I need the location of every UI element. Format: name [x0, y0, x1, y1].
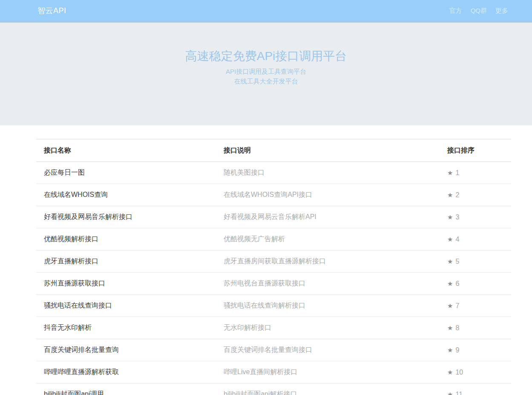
column-header-name: 接口名称: [36, 139, 224, 162]
star-icon: ★: [447, 213, 453, 221]
api-description: 骚扰电话在线查询解析接口: [224, 295, 447, 317]
hero-subtitle-2: 在线工具大全开发平台: [0, 76, 532, 86]
api-name[interactable]: 必应每日一图: [36, 162, 224, 184]
rank-number: 2: [455, 191, 459, 199]
rank-number: 9: [455, 346, 459, 354]
hero-subtitle-1: API接口调用及工具查询平台: [0, 66, 532, 76]
api-name[interactable]: 好看视频及网易音乐解析接口: [36, 206, 224, 228]
rank-number: 1: [455, 169, 459, 176]
star-icon: ★: [447, 169, 453, 176]
api-rank: ★6: [447, 273, 511, 295]
api-name[interactable]: bilibili封面图api调用: [36, 383, 224, 395]
rank-number: 7: [455, 302, 459, 309]
api-rank: ★8: [447, 317, 511, 339]
star-icon: ★: [447, 346, 453, 354]
api-name[interactable]: 虎牙直播解析接口: [36, 251, 224, 273]
rank-number: 5: [455, 258, 459, 265]
api-rank: ★7: [447, 295, 511, 317]
column-header-desc: 接口说明: [224, 139, 447, 162]
api-description: 苏州电视台直播源获取接口: [224, 273, 447, 295]
table-row[interactable]: 好看视频及网易音乐解析接口 好看视频及网易云音乐解析API ★3: [36, 206, 511, 228]
rank-number: 8: [455, 324, 459, 332]
table-row[interactable]: 抖音无水印解析 无水印解析接口 ★8: [36, 317, 511, 339]
star-icon: ★: [447, 369, 453, 376]
rank-number: 3: [455, 213, 459, 221]
api-description: 随机美图接口: [224, 162, 447, 184]
star-icon: ★: [447, 258, 453, 265]
api-description: 无水印解析接口: [224, 317, 447, 339]
api-rank: ★9: [447, 339, 511, 361]
table-row[interactable]: 骚扰电话在线查询接口 骚扰电话在线查询解析接口 ★7: [36, 295, 511, 317]
table-row[interactable]: 在线域名WHOIS查询 在线域名WHOIS查询API接口 ★2: [36, 184, 511, 206]
api-list-section: 接口名称 接口说明 接口排序 必应每日一图 随机美图接口 ★1 在线域名WHOI…: [36, 139, 511, 395]
column-header-rank: 接口排序: [447, 139, 511, 162]
nav-item-more[interactable]: 更多: [495, 7, 508, 15]
rank-number: 6: [455, 280, 459, 287]
api-description: 在线域名WHOIS查询API接口: [224, 184, 447, 206]
api-rank: ★2: [447, 184, 511, 206]
table-row[interactable]: 哔哩哔哩直播源解析获取 哔哩Live直播间解析接口 ★10: [36, 361, 511, 383]
star-icon: ★: [447, 280, 453, 287]
api-description: bilibili封面图api解析接口: [224, 383, 447, 395]
star-icon: ★: [447, 302, 453, 309]
api-table: 接口名称 接口说明 接口排序 必应每日一图 随机美图接口 ★1 在线域名WHOI…: [36, 139, 511, 395]
star-icon: ★: [447, 191, 453, 199]
api-table-header: 接口名称 接口说明 接口排序: [36, 139, 511, 162]
api-rank: ★4: [447, 228, 511, 251]
table-row[interactable]: 虎牙直播解析接口 虎牙直播房间获取直播源解析接口 ★5: [36, 251, 511, 273]
api-name[interactable]: 骚扰电话在线查询接口: [36, 295, 224, 317]
api-name[interactable]: 哔哩哔哩直播源解析获取: [36, 361, 224, 383]
table-row[interactable]: bilibili封面图api调用 bilibili封面图api解析接口 ★11: [36, 383, 511, 395]
api-name[interactable]: 抖音无水印解析: [36, 317, 224, 339]
api-name[interactable]: 苏州直播源获取接口: [36, 273, 224, 295]
api-description: 百度关键词排名批量查询接口: [224, 339, 447, 361]
top-navbar: 智云API 官方 QQ群 更多: [0, 0, 532, 23]
rank-number: 11: [455, 391, 463, 395]
star-icon: ★: [447, 236, 453, 243]
star-icon: ★: [447, 391, 453, 395]
api-name[interactable]: 优酷视频解析接口: [36, 228, 224, 251]
api-description: 优酷视频无广告解析: [224, 228, 447, 251]
api-rank: ★5: [447, 251, 511, 273]
table-row[interactable]: 百度关键词排名批量查询 百度关键词排名批量查询接口 ★9: [36, 339, 511, 361]
star-icon: ★: [447, 324, 453, 332]
api-rank: ★1: [447, 162, 511, 184]
api-description: 好看视频及网易云音乐解析API: [224, 206, 447, 228]
top-nav: 官方 QQ群 更多: [449, 7, 508, 15]
table-row[interactable]: 优酷视频解析接口 优酷视频无广告解析 ★4: [36, 228, 511, 251]
api-description: 哔哩Live直播间解析接口: [224, 361, 447, 383]
site-logo[interactable]: 智云API: [37, 6, 66, 16]
api-rank: ★10: [447, 361, 511, 383]
rank-number: 10: [455, 369, 463, 376]
table-row[interactable]: 必应每日一图 随机美图接口 ★1: [36, 162, 511, 184]
api-table-body: 必应每日一图 随机美图接口 ★1 在线域名WHOIS查询 在线域名WHOIS查询…: [36, 162, 511, 395]
api-name[interactable]: 百度关键词排名批量查询: [36, 339, 224, 361]
api-rank: ★3: [447, 206, 511, 228]
hero-banner: 高速稳定免费APi接口调用平台 API接口调用及工具查询平台 在线工具大全开发平…: [0, 23, 532, 125]
api-rank: ★11: [447, 383, 511, 395]
nav-item-official[interactable]: 官方: [449, 7, 462, 15]
rank-number: 4: [455, 236, 459, 243]
api-name[interactable]: 在线域名WHOIS查询: [36, 184, 224, 206]
nav-item-qq-group[interactable]: QQ群: [471, 7, 487, 15]
table-row[interactable]: 苏州直播源获取接口 苏州电视台直播源获取接口 ★6: [36, 273, 511, 295]
api-description: 虎牙直播房间获取直播源解析接口: [224, 251, 447, 273]
hero-title: 高速稳定免费APi接口调用平台: [0, 49, 532, 63]
